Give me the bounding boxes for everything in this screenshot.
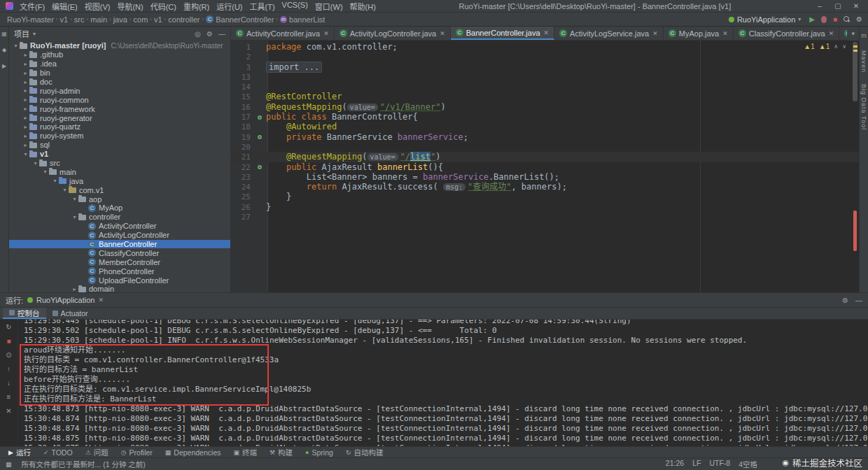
tree-item[interactable]: ▾com.v1 bbox=[9, 185, 230, 194]
editor-tab[interactable]: CMyAop.java✕ bbox=[664, 27, 734, 40]
tool-label-maven[interactable]: Maven bbox=[860, 50, 867, 73]
tree-item[interactable]: ▸ruoyi-common bbox=[9, 95, 230, 104]
breadcrumb-item[interactable]: com bbox=[132, 15, 150, 24]
breadcrumb-item[interactable]: java bbox=[112, 15, 129, 24]
favorites-stripe-icon[interactable]: ◆ bbox=[2, 47, 6, 53]
run-config-tab[interactable]: RuoYiApplication ✕ bbox=[27, 296, 104, 304]
tree-item[interactable]: CUploadFileController bbox=[9, 276, 230, 285]
breadcrumb-item[interactable]: controller bbox=[167, 15, 201, 24]
code-line[interactable]: 18 @Autowired bbox=[231, 122, 859, 131]
code-editor[interactable]: 1package com.v1.controller;23import ...1… bbox=[231, 41, 859, 292]
warning-indicator[interactable]: ▲1 bbox=[819, 43, 830, 50]
code-line[interactable]: 2 bbox=[231, 52, 859, 62]
tree-arrow-icon[interactable]: ▸ bbox=[22, 79, 29, 85]
chevron-down-icon[interactable]: ▾ bbox=[33, 31, 36, 37]
breadcrumb-item[interactable]: v1 bbox=[59, 15, 70, 24]
code-line[interactable]: 23 List<Banner> banners = bannerService.… bbox=[231, 172, 859, 182]
pin-icon[interactable]: ⊙ bbox=[6, 351, 11, 359]
breadcrumb-item[interactable]: src bbox=[73, 15, 86, 24]
tree-arrow-icon[interactable]: ▸ bbox=[22, 52, 29, 58]
code-line[interactable]: 27 bbox=[231, 212, 859, 222]
close-icon[interactable]: ✕ bbox=[323, 30, 329, 37]
tree-arrow-icon[interactable]: ▾ bbox=[71, 196, 78, 202]
prev-occurrence-icon[interactable]: ↑ bbox=[7, 365, 10, 373]
menu-item[interactable]: 运行(U) bbox=[213, 1, 246, 12]
tree-item[interactable]: ▸ruoyi-quartz bbox=[9, 122, 230, 131]
spring-bean-gutter-icon[interactable] bbox=[253, 162, 266, 172]
tree-arrow-icon[interactable]: ▸ bbox=[22, 97, 29, 103]
menu-item[interactable]: 重构(R) bbox=[180, 1, 213, 12]
tree-arrow-icon[interactable]: ▾ bbox=[61, 187, 69, 193]
editor-scrollbar[interactable] bbox=[851, 41, 859, 292]
tree-item[interactable]: CPhoneController bbox=[9, 266, 230, 276]
hide-tool-window-icon[interactable]: — bbox=[855, 297, 862, 304]
tree-arrow-icon[interactable]: ▸ bbox=[22, 87, 29, 94]
console-inner-tab[interactable]: Actuator bbox=[46, 308, 94, 319]
code-line[interactable]: 3import ... bbox=[231, 62, 859, 72]
line-separator[interactable]: LF bbox=[692, 459, 701, 469]
tree-item[interactable]: ▸ruoyi-framework bbox=[9, 104, 230, 113]
tree-item[interactable]: ▸.idea bbox=[9, 59, 230, 69]
tree-arrow-icon[interactable]: ▸ bbox=[22, 124, 29, 130]
stop-icon[interactable]: ■ bbox=[6, 337, 10, 345]
editor-tab[interactable]: CActivityLogService.java✕ bbox=[554, 27, 664, 40]
tree-arrow-icon[interactable]: ▸ bbox=[22, 70, 29, 76]
toolwindow-button-profiler[interactable]: ◷Profiler bbox=[121, 448, 153, 457]
code-line[interactable]: 16@RequestMapping(value="/v1/Banner") bbox=[231, 102, 859, 112]
code-line[interactable]: 25 } bbox=[231, 192, 859, 201]
locate-file-icon[interactable]: ◎ bbox=[195, 30, 201, 38]
tree-item[interactable]: CActivityController bbox=[9, 222, 230, 231]
close-icon[interactable]: ✕ bbox=[98, 297, 104, 304]
tree-item[interactable]: ▾main bbox=[9, 167, 230, 176]
code-line[interactable]: 24 return AjaxResult.success( msg:"查询成功"… bbox=[231, 182, 859, 192]
code-line[interactable]: 13 bbox=[231, 72, 859, 82]
tree-arrow-icon[interactable]: ▾ bbox=[41, 169, 49, 175]
close-icon[interactable]: ✕ bbox=[722, 30, 728, 37]
tool-label-big-data-tool[interactable]: Big Data Tool bbox=[860, 84, 867, 130]
console-inner-tab[interactable]: 控制台 bbox=[3, 308, 46, 319]
menu-item[interactable]: 视图(V) bbox=[81, 1, 114, 12]
maven-stripe-icon[interactable]: m bbox=[861, 32, 867, 39]
settings-icon[interactable]: ⚙ bbox=[206, 30, 213, 38]
close-button[interactable]: ✕ bbox=[847, 2, 865, 10]
breadcrumb-item[interactable]: RuoYi-master bbox=[6, 15, 55, 24]
toolwindow-button-自动构建[interactable]: ↻自动构建 bbox=[346, 447, 384, 457]
run-config-selector[interactable]: RuoYiApplication ▾ bbox=[727, 15, 803, 24]
tree-arrow-icon[interactable]: ▸ bbox=[22, 106, 29, 112]
code-line[interactable]: 20 bbox=[231, 142, 859, 152]
menu-item[interactable]: 导航(N) bbox=[113, 1, 146, 12]
tree-arrow-icon[interactable]: ▾ bbox=[71, 214, 78, 220]
tool-windows-icon[interactable]: ▦ bbox=[6, 461, 12, 468]
breadcrumb-item[interactable]: v1 bbox=[153, 15, 164, 24]
tab-list-dropdown-icon[interactable]: ▾ bbox=[847, 27, 859, 41]
warning-stripe-mark[interactable] bbox=[853, 50, 858, 52]
settings-icon[interactable]: ⚙ bbox=[842, 297, 848, 304]
console-output[interactable]: 15:29:30.445 [schedule-pool-1] DEBUG c.r… bbox=[18, 320, 868, 446]
maximize-button[interactable]: ▢ bbox=[829, 2, 847, 10]
rerun-icon[interactable]: ↻ bbox=[6, 323, 11, 331]
menu-item[interactable]: 窗口(W) bbox=[312, 1, 346, 12]
menu-item[interactable]: 文件(F) bbox=[16, 1, 48, 12]
tree-item[interactable]: ▾RuoYi-master [ruoyi]C:\Users\dell\Deskt… bbox=[9, 41, 230, 50]
menu-item[interactable]: 编辑(E) bbox=[48, 1, 81, 12]
close-icon[interactable]: ✕ bbox=[440, 30, 445, 37]
tree-arrow-icon[interactable]: ▸ bbox=[71, 286, 78, 292]
menu-item[interactable]: 代码(C) bbox=[147, 1, 180, 12]
project-stripe-icon[interactable]: ▦ bbox=[1, 31, 7, 37]
warning-indicator[interactable]: ▲1 bbox=[804, 43, 814, 50]
code-line[interactable]: 15@RestController bbox=[231, 92, 859, 101]
project-header-label[interactable]: 项目 bbox=[14, 28, 29, 39]
spring-bean-gutter-icon[interactable] bbox=[253, 112, 266, 122]
stop-button[interactable]: ■ bbox=[833, 16, 837, 23]
tree-item[interactable]: ▾src bbox=[9, 159, 230, 168]
spring-bean-gutter-icon[interactable] bbox=[253, 132, 266, 142]
code-line[interactable]: 21 @RequestMapping(value="/list") bbox=[231, 152, 859, 162]
menu-item[interactable]: 帮助(H) bbox=[346, 1, 379, 12]
tree-item[interactable]: CMemberController bbox=[9, 257, 230, 266]
minimize-button[interactable]: – bbox=[811, 2, 829, 10]
editor-tab[interactable]: CBannerController.java✕ bbox=[451, 27, 554, 40]
tree-item[interactable]: ▾controller bbox=[9, 213, 230, 222]
toolwindow-button-终端[interactable]: ▣终端 bbox=[233, 447, 257, 457]
run-button[interactable]: ▶ bbox=[809, 16, 815, 23]
code-line[interactable]: 26} bbox=[231, 202, 859, 212]
